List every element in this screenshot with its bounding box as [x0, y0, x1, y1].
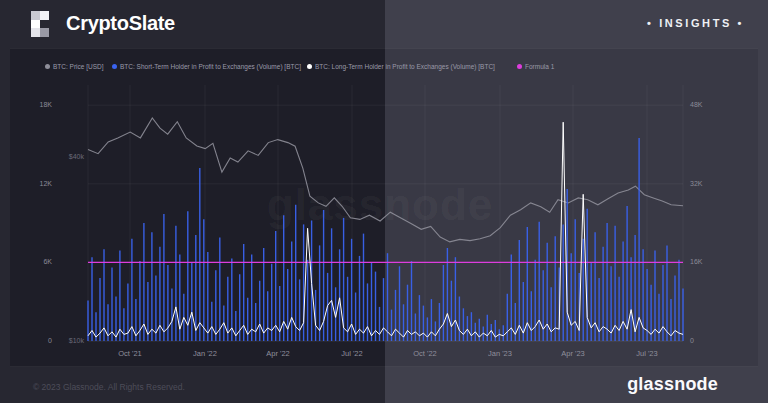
insight-card: CryptoSlate • INSIGHTS • glassnode BTC: … — [0, 0, 768, 403]
insights-badge: • INSIGHTS • — [647, 17, 744, 29]
x-axis-tick: Jul '22 — [327, 349, 377, 358]
x-axis-tick: Apr '22 — [253, 349, 303, 358]
x-axis-tick: Oct '22 — [400, 349, 450, 358]
copyright-text: © 2023 Glassnode. All Rights Reserved. — [33, 382, 185, 392]
x-axis-tick: Jan '22 — [180, 349, 230, 358]
legend-item-3[interactable]: BTC: Long-Term Holder in Profit to Excha… — [307, 61, 495, 71]
legend-item-2[interactable]: BTC: Short-Term Holder in Profit to Exch… — [112, 61, 301, 71]
y-left-tick: 12K — [20, 180, 52, 187]
y-right-tick: 0 — [690, 337, 730, 344]
cryptoslate-logo-icon — [31, 11, 57, 37]
legend-label: BTC: Short-Term Holder in Profit to Exch… — [120, 63, 301, 70]
legend-label: BTC: Price [USD] — [53, 63, 104, 70]
legend-label: BTC: Long-Term Holder in Profit to Excha… — [315, 63, 495, 70]
y-right-tick: 32K — [690, 180, 730, 187]
price-axis-label: $40k — [44, 153, 84, 160]
x-axis-tick: Oct '21 — [105, 349, 155, 358]
legend-dot — [45, 64, 50, 69]
header: CryptoSlate • INSIGHTS • — [0, 0, 768, 48]
x-axis-tick: Jul '23 — [622, 349, 672, 358]
legend-dot — [307, 64, 312, 69]
legend-dot — [112, 64, 117, 69]
brand-title: CryptoSlate — [66, 12, 175, 35]
y-right-tick: 48K — [690, 101, 730, 108]
x-axis-tick: Apr '23 — [548, 349, 598, 358]
legend-dot — [517, 64, 522, 69]
price-axis-label: $10k — [44, 337, 84, 344]
legend-label: Formula 1 — [525, 63, 554, 70]
y-right-tick: 16K — [690, 258, 730, 265]
legend-item-1[interactable]: BTC: Price [USD] — [45, 61, 104, 71]
x-axis-tick: Jan '23 — [475, 349, 525, 358]
y-left-tick: 18K — [20, 101, 52, 108]
legend-item-4[interactable]: Formula 1 — [517, 61, 554, 71]
y-left-tick: 6K — [20, 258, 52, 265]
glassnode-wordmark: glassnode — [627, 374, 718, 395]
chart-panel — [10, 48, 758, 367]
